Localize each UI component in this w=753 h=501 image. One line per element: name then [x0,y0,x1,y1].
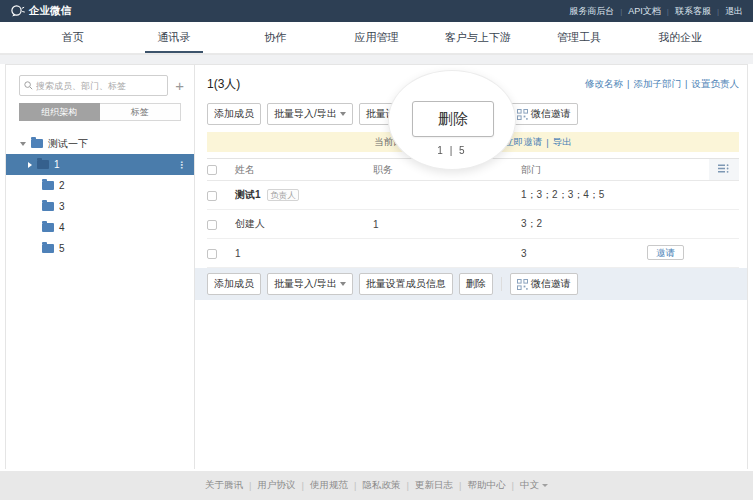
member-name: 测试1 [235,189,261,200]
folder-icon [42,244,54,253]
folder-icon [37,160,49,169]
tab-tags[interactable]: 标签 [100,103,182,121]
member-name: 1 [235,239,373,268]
member-dept: 3 [521,239,647,268]
top-link-contact-support[interactable]: 联系客服 [675,5,711,18]
divider: | [511,480,513,491]
tree-node-label: 2 [59,180,65,191]
tree-node[interactable]: 3 [6,196,194,217]
tree-node-label: 测试一下 [48,137,88,151]
sidebar-tabs: 组织架构 标签 [19,103,181,121]
search-input[interactable] [36,81,163,91]
chevron-right-icon[interactable] [28,162,32,168]
magnifier-circle: 删除 1 | 5 [388,70,516,170]
org-tree: 测试一下 1 ⋮ 2 3 4 5 [6,133,194,259]
divider: | [407,480,409,491]
row-checkbox[interactable] [207,249,217,259]
wechat-invite-button-top[interactable]: 微信邀请 [510,103,578,125]
export-link[interactable]: 导出 [553,136,572,149]
sidebar-add-button[interactable]: + [175,78,184,93]
member-title: 1 [373,210,521,239]
batch-import-export-button-bottom[interactable]: 批量导入/导出 [267,273,353,295]
table-row[interactable]: 测试1 负责人 1；3；2；3；4；5 [207,181,739,210]
column-header-dept: 部门 [521,159,647,181]
search-box[interactable] [19,75,168,96]
nav-tab-app-management[interactable]: 应用管理 [326,22,427,53]
nav-tab-home[interactable]: 首页 [22,22,123,53]
magnified-text-fragment: 1 | 5 [389,145,515,156]
member-toolbar-bottom: 添加成员 批量导入/导出 批量设置成员信息 删除 [195,268,747,300]
divider: | [717,7,719,16]
tree-node-selected[interactable]: 1 ⋮ [6,154,194,175]
column-settings-icon[interactable] [718,164,730,173]
divider: | [620,7,622,16]
footer-link-changelog[interactable]: 更新日志 [415,479,453,492]
tree-node[interactable]: 4 [6,217,194,238]
wechat-invite-button-bottom[interactable]: 微信邀请 [510,273,578,295]
footer-link-about[interactable]: 关于腾讯 [205,479,243,492]
folder-icon [42,181,54,190]
app-logo[interactable]: 企业微信 [10,4,71,18]
more-icon[interactable]: ⋮ [177,160,186,170]
rename-link[interactable]: 修改名称 [585,78,623,91]
divider: | [354,480,356,491]
add-sub-department-link[interactable]: 添加子部门 [634,78,682,91]
tree-node-label: 4 [59,222,65,233]
top-link-logout[interactable]: 退出 [725,5,743,18]
folder-icon [42,202,54,211]
tab-org-structure[interactable]: 组织架构 [19,103,100,121]
chevron-down-icon [542,484,548,487]
table-row[interactable]: 1 3 邀请 [207,239,739,268]
department-actions: 修改名称 | 添加子部门 | 设置负责人 [585,78,739,91]
divider: | [302,480,304,491]
column-header-name: 姓名 [235,159,373,181]
divider [501,277,502,291]
member-title [373,181,521,210]
tree-node-root[interactable]: 测试一下 [6,133,194,154]
divider: | [546,137,548,148]
divider: | [685,78,687,91]
tree-node[interactable]: 2 [6,175,194,196]
divider: | [667,7,669,16]
folder-icon [42,223,54,232]
nav-tab-collaboration[interactable]: 协作 [225,22,326,53]
top-link-api-docs[interactable]: API文档 [628,5,661,18]
chevron-down-icon [340,282,346,286]
row-checkbox[interactable] [207,220,217,230]
top-link-service-provider[interactable]: 服务商后台 [569,5,614,18]
add-member-button-bottom[interactable]: 添加成员 [207,273,261,295]
delete-button-bottom[interactable]: 删除 [459,273,493,295]
magnified-delete-button[interactable]: 删除 [412,101,494,137]
footer-link-privacy-policy[interactable]: 隐私政策 [363,479,401,492]
footer-link-help-center[interactable]: 帮助中心 [467,479,505,492]
nav-tab-my-company[interactable]: 我的企业 [630,22,731,53]
nav-tab-admin-tools[interactable]: 管理工具 [528,22,629,53]
batch-set-info-button-bottom[interactable]: 批量设置成员信息 [359,273,453,295]
primary-nav: 首页 通讯录 协作 应用管理 客户与上下游 管理工具 我的企业 [0,22,753,54]
folder-icon [31,139,43,148]
member-dept: 3；2 [521,210,647,239]
leader-badge: 负责人 [267,189,299,201]
qrcode-icon [517,279,528,290]
nav-tab-contacts[interactable]: 通讯录 [123,22,224,53]
divider: | [459,480,461,491]
nav-tab-customers[interactable]: 客户与上下游 [427,22,528,53]
add-member-button-top[interactable]: 添加成员 [207,103,261,125]
divider: | [249,480,251,491]
select-all-checkbox[interactable] [207,165,217,175]
invite-button[interactable]: 邀请 [647,245,684,260]
table-row[interactable]: 创建人 1 3；2 [207,210,739,239]
member-table: 姓名 职务 部门 [207,158,739,268]
tree-node[interactable]: 5 [6,238,194,259]
batch-import-export-button-top[interactable]: 批量导入/导出 [267,103,353,125]
chevron-down-icon[interactable] [20,142,26,146]
set-leader-link[interactable]: 设置负责人 [692,78,740,91]
language-selector[interactable]: 中文 [520,479,548,492]
contacts-sidebar: + 组织架构 标签 测试一下 1 ⋮ 2 3 [6,65,195,469]
footer-link-user-agreement[interactable]: 用户协议 [258,479,296,492]
tree-node-label: 5 [59,243,65,254]
row-checkbox[interactable] [207,191,217,201]
footer-link-usage-rules[interactable]: 使用规范 [310,479,348,492]
member-dept: 1；3；2；3；4；5 [521,181,647,210]
tree-node-label: 3 [59,201,65,212]
